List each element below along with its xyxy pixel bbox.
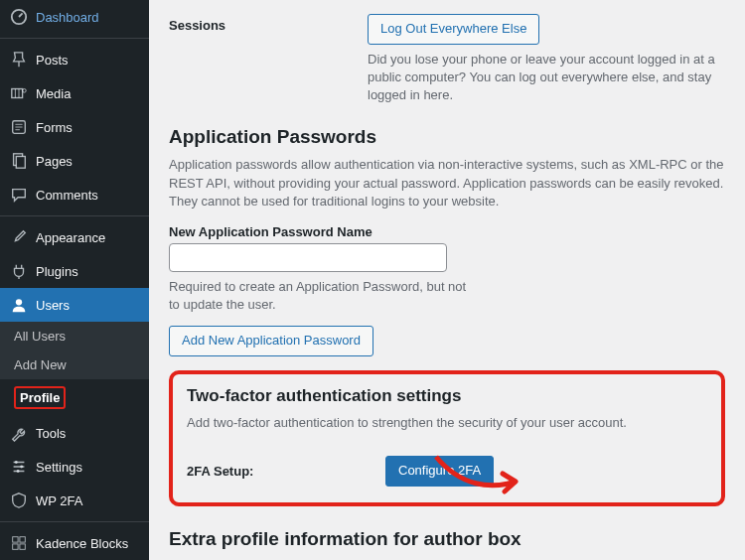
sessions-row: Sessions Log Out Everywhere Else Did you… bbox=[169, 14, 725, 104]
sidebar-item-label: Kadence Blocks bbox=[36, 536, 128, 551]
svg-point-8 bbox=[20, 466, 23, 469]
sessions-label: Sessions bbox=[169, 14, 368, 33]
sidebar-item-dashboard[interactable]: Dashboard bbox=[0, 0, 149, 34]
sidebar-item-pages[interactable]: Pages bbox=[0, 144, 149, 178]
sidebar-item-kadence[interactable]: Kadence Blocks bbox=[0, 526, 149, 560]
sidebar-item-label: Settings bbox=[36, 460, 82, 475]
svg-rect-5 bbox=[16, 157, 25, 169]
add-app-password-button[interactable]: Add New Application Password bbox=[169, 326, 373, 356]
app-password-name-help: Required to create an Application Passwo… bbox=[169, 278, 467, 314]
sidebar-item-label: Appearance bbox=[36, 230, 105, 245]
brush-icon bbox=[10, 228, 28, 246]
sidebar-item-plugins[interactable]: Plugins bbox=[0, 254, 149, 288]
user-icon bbox=[10, 296, 28, 314]
wrench-icon bbox=[10, 424, 28, 442]
sidebar-item-label: Comments bbox=[36, 188, 98, 203]
svg-rect-11 bbox=[20, 537, 25, 542]
sidebar-item-label: Plugins bbox=[36, 264, 78, 279]
two-factor-highlight: Two-factor authentication settings Add t… bbox=[169, 370, 725, 506]
two-factor-setup-label: 2FA Setup: bbox=[187, 464, 366, 479]
sidebar-item-forms[interactable]: Forms bbox=[0, 110, 149, 144]
users-submenu: All Users Add New Profile bbox=[0, 322, 149, 416]
sidebar-item-label: Posts bbox=[36, 53, 69, 68]
svg-rect-12 bbox=[13, 544, 18, 549]
pages-icon bbox=[10, 152, 28, 170]
app-passwords-description: Application passwords allow authenticati… bbox=[169, 156, 725, 210]
submenu-item-all-users[interactable]: All Users bbox=[0, 322, 149, 350]
sidebar-item-label: Pages bbox=[36, 154, 73, 169]
sliders-icon bbox=[10, 458, 28, 476]
sidebar-item-media[interactable]: Media bbox=[0, 76, 149, 110]
logout-everywhere-button[interactable]: Log Out Everywhere Else bbox=[368, 14, 539, 45]
blocks-icon bbox=[10, 534, 28, 552]
main-content: Sessions Log Out Everywhere Else Did you… bbox=[149, 0, 745, 560]
app-password-name-input[interactable] bbox=[169, 243, 447, 272]
svg-rect-13 bbox=[20, 544, 25, 549]
two-factor-heading: Two-factor authentication settings bbox=[187, 386, 707, 406]
app-password-name-label: New Application Password Name bbox=[169, 224, 725, 239]
forms-icon bbox=[10, 118, 28, 136]
svg-point-7 bbox=[15, 461, 18, 464]
pin-icon bbox=[10, 51, 28, 69]
sessions-description: Did you lose your phone or leave your ac… bbox=[368, 51, 725, 105]
app-passwords-heading: Application Passwords bbox=[169, 126, 725, 148]
sidebar-item-label: Forms bbox=[36, 120, 73, 135]
sidebar-item-label: WP 2FA bbox=[36, 493, 82, 508]
two-factor-description: Add two-factor authentication to strengt… bbox=[187, 414, 707, 432]
submenu-item-profile[interactable]: Profile bbox=[0, 379, 149, 416]
admin-sidebar: Dashboard Posts Media Forms Pages Commen… bbox=[0, 0, 149, 560]
sidebar-item-label: Media bbox=[36, 86, 71, 101]
comments-icon bbox=[10, 186, 28, 204]
sidebar-item-label: Tools bbox=[36, 426, 66, 441]
submenu-item-add-new[interactable]: Add New bbox=[0, 350, 149, 379]
sidebar-item-label: Users bbox=[36, 298, 70, 313]
sidebar-item-users[interactable]: Users bbox=[0, 288, 149, 322]
svg-rect-10 bbox=[13, 537, 18, 542]
sidebar-item-label: Dashboard bbox=[36, 10, 99, 25]
dashboard-icon bbox=[10, 8, 28, 26]
shield-icon bbox=[10, 491, 28, 509]
svg-point-6 bbox=[16, 299, 22, 305]
sidebar-item-comments[interactable]: Comments bbox=[0, 178, 149, 211]
extra-profile-heading: Extra profile information for author box bbox=[169, 528, 725, 550]
svg-rect-1 bbox=[12, 89, 23, 98]
sidebar-item-tools[interactable]: Tools bbox=[0, 416, 149, 450]
plug-icon bbox=[10, 262, 28, 280]
sidebar-item-posts[interactable]: Posts bbox=[0, 43, 149, 76]
media-icon bbox=[10, 84, 28, 102]
sidebar-item-appearance[interactable]: Appearance bbox=[0, 220, 149, 254]
sidebar-item-settings[interactable]: Settings bbox=[0, 450, 149, 484]
annotation-arrow-icon bbox=[431, 452, 530, 501]
sidebar-item-wp2fa[interactable]: WP 2FA bbox=[0, 484, 149, 517]
svg-point-9 bbox=[17, 470, 20, 473]
